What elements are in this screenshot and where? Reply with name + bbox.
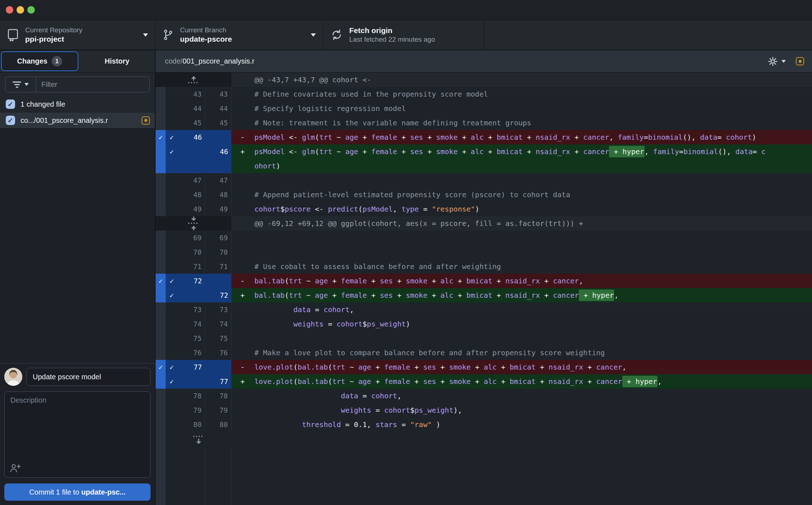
zoom-button[interactable] (27, 6, 35, 14)
code-line (231, 331, 812, 346)
gutter-strip (156, 231, 166, 245)
code-token: # Make a love plot to compare balance be… (254, 348, 605, 357)
repo-label: Current Repository (25, 26, 82, 34)
code-token: + (410, 377, 423, 386)
commit-summary-input[interactable] (27, 368, 151, 386)
code-token: stars (375, 420, 397, 429)
fetch-title: Fetch origin (349, 26, 435, 35)
code-token: ( (328, 377, 332, 386)
new-line-number: 79 (205, 403, 231, 417)
code-token: ~ (345, 377, 358, 386)
new-line-number: 75 (205, 331, 231, 346)
branch-switcher[interactable]: Current Branch update-pscore (156, 20, 323, 50)
code-token: + (397, 133, 410, 142)
commit-description-textarea[interactable] (5, 392, 150, 477)
code-line: -psModel <- glm(trt ~ age + female + ses… (231, 130, 812, 144)
code-token: ses (423, 363, 436, 371)
code-token: <- (285, 133, 302, 142)
diff-settings-button[interactable] (768, 56, 786, 66)
filter-options-button[interactable] (5, 77, 36, 92)
code-token: bal.tab (254, 277, 285, 285)
hunk-checkbox[interactable]: ✓ (156, 274, 166, 288)
code-token: , (393, 205, 401, 213)
code-token: ) (276, 162, 280, 170)
hunk-select-strip[interactable]: ✓ (156, 274, 166, 288)
hunk-select-strip[interactable]: ✓ (156, 130, 166, 144)
code-token: = (679, 147, 683, 156)
commit-button[interactable]: Commit 1 file to update-psc... (4, 483, 151, 501)
hunk-select-strip[interactable]: ✓ (156, 360, 166, 374)
diff-line-added[interactable]: ✓72+bal.tab(trt ~ age + female + ses + s… (156, 288, 812, 302)
code-token: + (397, 147, 410, 156)
repository-switcher[interactable]: Current Repository ppi-project (0, 20, 156, 50)
expand-down-button[interactable] (166, 432, 231, 448)
code-token: + (453, 291, 466, 300)
line-checkbox[interactable]: ✓ (170, 288, 174, 302)
line-checkbox[interactable]: ✓ (170, 374, 174, 389)
tab-history[interactable]: History (79, 50, 155, 72)
diff-line-deleted[interactable]: ✓✓77-love.plot(bal.tab(trt ~ age + femal… (156, 360, 812, 374)
old-line-number: 78 (166, 389, 205, 403)
code-token: age (345, 147, 358, 156)
code-token: trt (319, 133, 332, 142)
old-line-number: 69 (166, 231, 205, 245)
old-line-number: 44 (166, 101, 205, 116)
code-token: + (471, 377, 484, 386)
add-coauthor-button[interactable] (10, 463, 21, 473)
all-files-checkbox[interactable]: ✓ (6, 99, 15, 109)
minimize-button[interactable] (17, 6, 24, 14)
code-token: = (371, 406, 384, 414)
diff-line-deleted[interactable]: ✓✓72-bal.tab(trt ~ age + female + ses + … (156, 274, 812, 288)
old-line-number: 43 (166, 87, 205, 101)
diff-line-deleted[interactable]: ✓✓46-psModel <- glm(trt ~ age + female +… (156, 130, 812, 144)
code-token: = (644, 133, 648, 142)
hunk-select-strip[interactable] (156, 288, 166, 302)
line-checkbox[interactable]: ✓ (170, 360, 174, 374)
code-token: age (358, 377, 371, 386)
line-checkbox[interactable]: ✓ (170, 130, 174, 144)
hunk-select-strip[interactable] (156, 144, 166, 173)
old-line-number: ✓72 (166, 274, 205, 288)
code-token: = (397, 420, 410, 429)
line-checkbox[interactable]: ✓ (170, 274, 174, 288)
code-token: smoke (406, 277, 427, 285)
code-token: + (583, 377, 596, 386)
expand-hunk-button[interactable] (156, 73, 231, 87)
hunk-select-strip[interactable] (156, 374, 166, 389)
diff-line-context: 4444# Specify logistic regression model (156, 101, 812, 116)
new-line-number: 46 (205, 144, 231, 173)
code-token: alc (440, 291, 453, 300)
close-button[interactable] (6, 6, 13, 14)
filter-row (0, 73, 155, 96)
diff-line-added[interactable]: ✓77+love.plot(bal.tab(trt ~ age + female… (156, 374, 812, 389)
line-checkbox[interactable]: ✓ (170, 144, 174, 159)
filter-input[interactable] (36, 77, 149, 92)
fetch-origin-button[interactable]: Fetch origin Last fetched 22 minutes ago (323, 20, 484, 50)
code-token: female (341, 291, 367, 300)
code-token: type (401, 205, 419, 213)
code-token: + (471, 363, 484, 371)
diff-line-added[interactable]: ✓46+psModel <- glm(trt ~ age + female + … (156, 144, 812, 173)
gear-icon (768, 56, 778, 66)
sync-icon (331, 29, 343, 41)
code-token: nsaid_rx (505, 291, 540, 300)
code-token: trt (319, 147, 332, 156)
diff-line-context: 7575 (156, 331, 812, 346)
diff-line-context: 8080 threshold = 0.1, stars = "raw" ) (156, 417, 812, 432)
code-token: ( (293, 363, 297, 371)
code-token: ses (380, 291, 393, 300)
file-checkbox[interactable]: ✓ (6, 116, 15, 125)
code-token: + (436, 363, 449, 371)
code-token: + (583, 363, 596, 371)
diff-marker: - (240, 360, 245, 374)
expand-hunk-button[interactable] (156, 216, 231, 231)
file-row[interactable]: ✓ co.../001_pscore_analysis.r (0, 112, 155, 129)
changed-files-summary-row: ✓ 1 changed file (0, 96, 155, 112)
hunk-checkbox[interactable]: ✓ (156, 130, 166, 144)
code-token: bmicat (466, 277, 492, 285)
hunk-checkbox[interactable]: ✓ (156, 360, 166, 374)
code-token: + (358, 133, 371, 142)
tab-changes[interactable]: Changes 1 (1, 51, 78, 71)
diff-line-context: 7474 weights = cohort$ps_weight) (156, 317, 812, 331)
file-name: co.../001_pscore_analysis.r (20, 116, 136, 125)
